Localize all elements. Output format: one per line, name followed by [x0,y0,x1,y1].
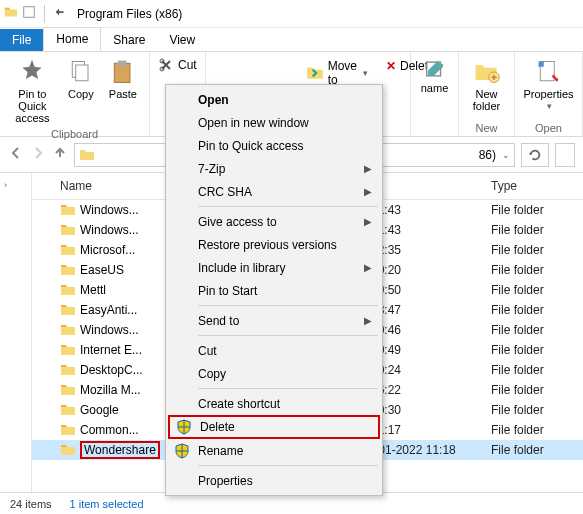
title-bar: Program Files (x86) [0,0,583,28]
context-menu: Open Open in new window Pin to Quick acc… [165,84,383,496]
paste-button[interactable]: Paste [105,56,141,126]
forward-button[interactable] [30,145,46,164]
folder-icon [4,5,18,22]
file-name: Windows... [80,323,139,337]
paste-icon [109,58,137,86]
properties-button[interactable]: Properties▾ [523,56,574,114]
file-name: Mozilla M... [80,383,141,397]
file-name: Microsof... [80,243,135,257]
menu-send-to[interactable]: Send to▶ [168,309,380,332]
chevron-right-icon[interactable]: › [4,180,7,190]
menu-open[interactable]: Open [168,88,380,111]
file-name: EasyAnti... [80,303,137,317]
menu-open-new-window[interactable]: Open in new window [168,111,380,134]
file-name: Mettl [80,283,106,297]
pin-icon [18,58,46,86]
file-name: DesktopC... [80,363,143,377]
copy-icon [67,58,95,86]
properties-icon [535,58,563,86]
menu-pin-start[interactable]: Pin to Start [168,279,380,302]
search-box[interactable] [555,143,575,167]
file-type: File folder [483,383,583,397]
menu-restore-versions[interactable]: Restore previous versions [168,233,380,256]
file-type: File folder [483,343,583,357]
open-group-label: Open [523,120,574,134]
folder-icon [79,147,95,163]
rename-button-partial[interactable]: name [419,56,450,96]
file-name: Windows... [80,203,139,217]
menu-properties[interactable]: Properties [168,469,380,492]
file-type: File folder [483,423,583,437]
clipboard-group-label: Clipboard [8,126,141,140]
tab-share[interactable]: Share [101,29,157,51]
menu-pin-quick-access[interactable]: Pin to Quick access [168,134,380,157]
menu-copy[interactable]: Copy [168,362,380,385]
file-type: File folder [483,263,583,277]
menu-delete[interactable]: Delete [168,415,380,439]
file-type: File folder [483,223,583,237]
quick-access-pin-icon[interactable] [22,5,36,22]
svg-rect-3 [114,63,130,82]
chevron-down-icon[interactable]: ⌄ [502,150,510,160]
file-type: File folder [483,243,583,257]
menu-include-library[interactable]: Include in library▶ [168,256,380,279]
copy-button[interactable]: Copy [63,56,99,126]
menu-rename[interactable]: Rename [168,439,380,462]
scissors-icon [158,57,174,73]
menu-cut[interactable]: Cut [168,339,380,362]
svg-rect-10 [538,62,543,67]
status-selected: 1 item selected [70,498,144,510]
menu-crc-sha[interactable]: CRC SHA▶ [168,180,380,203]
tab-view[interactable]: View [157,29,207,51]
undo-icon[interactable] [53,5,67,22]
file-name: Windows... [80,223,139,237]
menu-create-shortcut[interactable]: Create shortcut [168,392,380,415]
cut-button[interactable]: Cut [156,56,199,74]
folder-move-icon [306,64,324,82]
file-type: File folder [483,323,583,337]
status-count: 24 items [10,498,52,510]
refresh-button[interactable] [521,143,549,167]
window-title: Program Files (x86) [77,7,182,21]
tab-home[interactable]: Home [43,27,101,51]
file-name: Wondershare [80,441,160,459]
up-button[interactable] [52,145,68,164]
new-folder-button[interactable]: New folder [467,56,506,114]
file-type: File folder [483,403,583,417]
file-type: File folder [483,203,583,217]
svg-rect-2 [76,65,88,81]
pin-to-quick-access-button[interactable]: Pin to Quick access [8,56,57,126]
col-type[interactable]: Type [483,173,583,199]
file-name: Common... [80,423,139,437]
file-name: Google [80,403,119,417]
address-text: 86) [479,148,496,162]
file-type: File folder [483,283,583,297]
file-type: File folder [483,363,583,377]
menu-7zip[interactable]: 7-Zip▶ [168,157,380,180]
new-group-label: New [467,120,506,134]
menu-give-access[interactable]: Give access to▶ [168,210,380,233]
rename-icon [424,58,446,80]
file-name: Internet E... [80,343,142,357]
ribbon-tabs: File Home Share View [0,28,583,52]
back-button[interactable] [8,145,24,164]
tab-file[interactable]: File [0,29,43,51]
shield-icon [174,443,190,459]
file-name: EaseUS [80,263,124,277]
delete-x-icon: ✕ [386,59,396,73]
new-folder-icon [473,58,501,86]
tree-pane[interactable]: › [0,173,32,492]
file-type: File folder [483,443,583,457]
shield-icon [176,419,192,435]
svg-rect-0 [24,7,35,18]
file-type: File folder [483,303,583,317]
svg-rect-4 [118,61,127,66]
